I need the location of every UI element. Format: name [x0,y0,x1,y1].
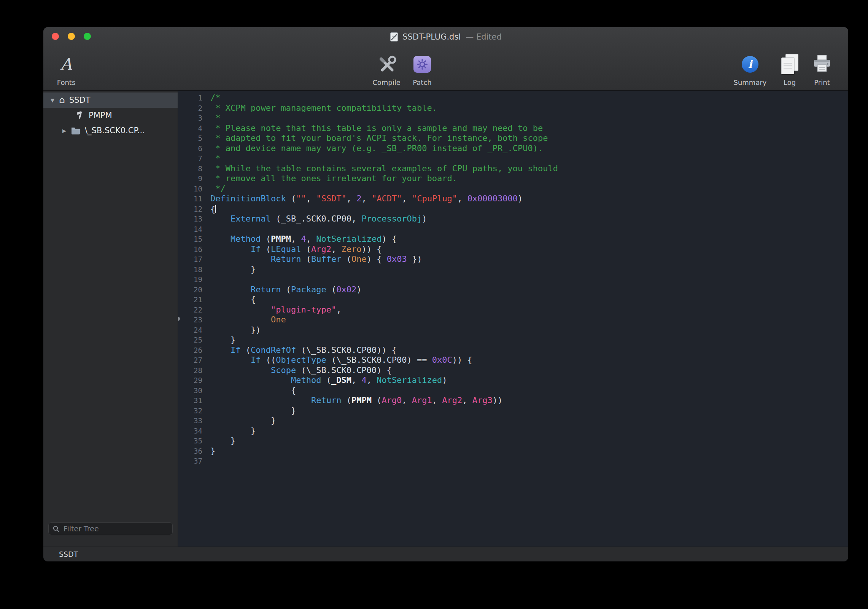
line-number: 4 [178,123,202,134]
line-number: 30 [178,386,202,396]
code-line: 28 Scope (\_SB.SCK0.CP00) { [178,365,848,376]
code-lines: 1/*2 * XCPM power management compatibili… [178,93,848,466]
compile-button[interactable]: Compile [363,48,410,86]
tree-item-label: PMPM [89,111,112,120]
line-number: 34 [178,426,202,436]
line-number: 14 [178,224,202,234]
disclosure-closed-icon[interactable]: ▶ [61,128,67,134]
line-number: 32 [178,406,202,416]
navigation-tree: ▼ ⌂ SSDT PMPM ▶ [43,91,178,138]
code-line: 21 { [178,295,848,305]
summary-label: Summary [734,78,767,86]
code-line: 23 One [178,315,848,325]
line-number: 28 [178,365,202,376]
code-line: 31 Return (PMPM (Arg0, Arg1, Arg2, Arg3)… [178,395,848,406]
line-number: 2 [178,103,202,113]
line-number: 17 [178,254,202,265]
filter-tree-input[interactable] [63,524,169,533]
code-line: 36} [178,446,848,456]
line-number: 12 [178,204,202,214]
line-number: 33 [178,416,202,426]
patch-icon [413,56,431,73]
toolbar: A Fonts Compile [43,45,848,90]
line-number: 18 [178,265,202,275]
filter-tree-field[interactable] [48,522,173,535]
code-line: 35 } [178,436,848,446]
code-line: 32 } [178,406,848,416]
log-button[interactable]: Log [775,48,804,86]
log-label: Log [784,78,796,86]
disclosure-open-icon[interactable]: ▼ [49,97,56,103]
line-number: 20 [178,285,202,295]
code-line: 19 [178,274,848,285]
info-icon: i [742,56,758,73]
code-line: 29 Method (_DSM, 4, NotSerialized) [178,375,848,386]
code-line: 26 If (CondRefOf (\_SB.SCK0.CP00)) { [178,345,848,356]
line-number: 15 [178,234,202,244]
line-number: 10 [178,184,202,194]
log-pages-icon [781,54,798,75]
app-window: SSDT-PLUG.dsl — Edited A Fonts [43,27,848,561]
line-number: 22 [178,305,202,315]
patch-label: Patch [413,78,431,86]
compile-icon [376,53,397,76]
folder-icon [71,126,81,135]
code-editor[interactable]: 1/*2 * XCPM power management compatibili… [178,91,848,547]
line-number: 31 [178,395,202,406]
code-line: 13 External (_SB_.SCK0.CP00, ProcessorOb… [178,214,848,224]
patch-button[interactable]: Patch [404,48,440,86]
code-line: 4 * Please note that this table is only … [178,123,848,134]
code-line: 3 * [178,113,848,123]
tree-item-label: \_SB.SCK0.CP... [85,126,145,135]
traffic-lights [43,33,91,40]
code-line: 20 Return (Package (0x02) [178,285,848,295]
code-line: 27 If ((ObjectType (\_SB.SCK0.CP00) == 0… [178,355,848,365]
tree-item-ssdt[interactable]: ▼ ⌂ SSDT [43,92,178,108]
code-line: 6 * and device name may vary (e.g. _SB_.… [178,143,848,154]
summary-button[interactable]: i Summary [730,48,770,86]
code-line: 7 * [178,153,848,164]
fonts-label: Fonts [57,78,76,86]
line-number: 3 [178,113,202,123]
tree-item-label: SSDT [69,96,91,105]
status-bar: SSDT [43,547,848,561]
tree-item-pmpm[interactable]: PMPM [43,108,178,123]
minimize-button[interactable] [68,33,75,40]
line-number: 5 [178,133,202,143]
code-line: 9 * remove all the ones irrelevant for y… [178,174,848,184]
code-line: 8 * While the table contains several exa… [178,164,848,174]
method-icon [75,111,84,120]
code-line: 12{ [178,204,848,214]
line-number: 26 [178,345,202,356]
text-cursor [215,205,216,213]
line-number: 24 [178,325,202,335]
line-number: 25 [178,335,202,345]
line-number: 9 [178,174,202,184]
line-number: 29 [178,375,202,386]
sidebar: ▼ ⌂ SSDT PMPM ▶ [43,91,178,547]
code-line: 30 { [178,386,848,396]
fonts-icon: A [60,56,72,72]
line-number: 7 [178,153,202,164]
code-line: 11DefinitionBlock ("", "SSDT", 2, "ACDT"… [178,194,848,204]
line-number: 6 [178,143,202,154]
line-number: 37 [178,456,202,466]
code-line: 14 [178,224,848,234]
line-number: 21 [178,295,202,305]
code-line: 10 */ [178,184,848,194]
close-button[interactable] [52,33,59,40]
printer-icon [812,53,832,76]
code-line: 5 * adapted to fit your board's ACPI sta… [178,133,848,143]
tree-item-sb-sck0[interactable]: ▶ \_SB.SCK0.CP... [43,123,178,138]
code-line: 15 Method (PMPM, 4, NotSerialized) { [178,234,848,244]
print-button[interactable]: Print [806,48,838,86]
main-area: ▼ ⌂ SSDT PMPM ▶ [43,91,848,547]
code-line: 18 } [178,265,848,275]
line-number: 8 [178,164,202,174]
window-edited-badge: — Edited [466,32,502,41]
line-number: 16 [178,244,202,255]
fonts-button[interactable]: A Fonts [49,48,83,86]
zoom-button[interactable] [84,33,91,40]
line-number: 13 [178,214,202,224]
line-number: 35 [178,436,202,446]
